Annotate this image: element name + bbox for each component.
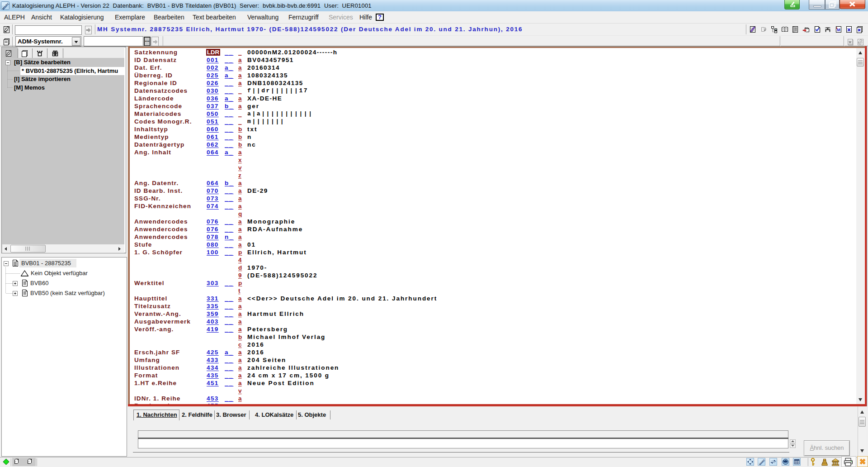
svg-text:MARC: MARC: [759, 459, 765, 465]
svg-text:M: M: [837, 28, 840, 32]
